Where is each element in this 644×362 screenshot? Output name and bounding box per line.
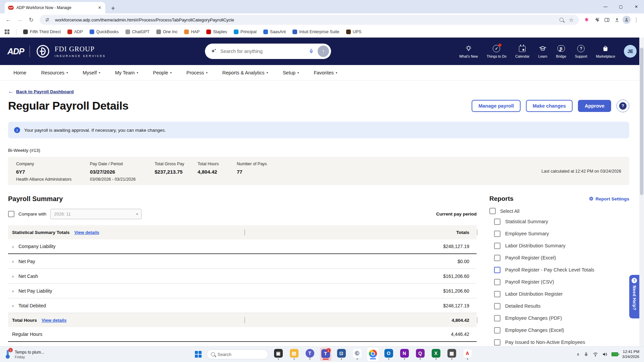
tune-icon[interactable] [43, 15, 52, 24]
bookmark-hap[interactable]: HAP [184, 29, 200, 34]
compare-period-select[interactable]: 2026: 11 ▾ [50, 209, 142, 219]
window-minimize-button[interactable]: — [598, 0, 613, 13]
apps-grid-icon[interactable] [5, 29, 9, 34]
tray-chevron-up-icon[interactable]: ∧ [577, 352, 580, 357]
mic-icon[interactable] [308, 48, 314, 54]
checkbox[interactable] [494, 303, 500, 309]
column-divider[interactable] [477, 317, 477, 323]
checkbox[interactable] [494, 219, 500, 225]
chevron-right-icon[interactable]: › [12, 258, 14, 264]
bookmark-star-icon[interactable]: ☆ [567, 15, 576, 24]
reload-icon[interactable]: ↻ [26, 15, 36, 25]
weather-widget[interactable]: 1 Temps to plum... Friday [0, 349, 91, 359]
tab-close-icon[interactable]: ✕ [97, 5, 103, 11]
chevron-right-icon[interactable]: › [12, 303, 14, 308]
need-help-tab[interactable]: ? Need Help? [629, 275, 639, 318]
table-row-company-liability[interactable]: › Company Liability $248,127.19 [8, 239, 477, 254]
report-pay-issued-non-active[interactable]: Pay Issued to Non-Active Employees [494, 336, 629, 346]
browser-tab[interactable]: ADP ADP Workforce Now - Manage ✕ [5, 2, 105, 13]
approve-button[interactable]: Approve [578, 100, 611, 112]
marketplace-button[interactable]: Marketplace [596, 45, 615, 58]
compare-with-checkbox[interactable] [8, 211, 14, 217]
report-payroll-register-paycheck-totals[interactable]: Payroll Register - Pay Check Level Total… [494, 264, 629, 276]
table-row-regular-hours[interactable]: Regular Hours 4,446.42 [8, 327, 477, 342]
select-all-checkbox[interactable] [489, 208, 496, 214]
url-text[interactable]: workforcenow.adp.com/theme/admin.html#/P… [55, 17, 556, 22]
chevron-right-icon[interactable]: › [12, 273, 14, 279]
taskbar-teams-personal[interactable]: T [304, 348, 316, 361]
nav-myself[interactable]: Myself▾ [83, 70, 100, 75]
bookmark-quickbooks[interactable]: QuickBooks [90, 29, 119, 34]
nav-home[interactable]: Home [13, 70, 26, 75]
extensions-puzzle-icon[interactable] [592, 15, 601, 24]
adp-logo[interactable]: ADP [7, 47, 24, 56]
taskbar-outlook[interactable]: O [383, 348, 394, 361]
report-employee-changes-excel[interactable]: Employee Changes (Excel) [494, 324, 629, 336]
column-divider[interactable] [245, 317, 245, 323]
taskbar-teams[interactable]: T 1 [320, 348, 331, 361]
make-changes-button[interactable]: Make changes [526, 100, 573, 112]
table-row-overtime-hours[interactable]: Overtime Hours 0.00 [8, 342, 477, 346]
global-search-input[interactable] [220, 49, 305, 54]
downloads-icon[interactable] [612, 15, 621, 24]
search-submit-button[interactable]: ↑ [318, 46, 329, 57]
speaker-icon[interactable] [602, 352, 607, 357]
manage-payroll-button[interactable]: Manage payroll [472, 100, 521, 112]
search-lens-icon[interactable] [559, 18, 564, 22]
bookmark-fifth-third[interactable]: Fifth Third Direct [23, 29, 61, 34]
taskbar-search[interactable]: Search [207, 349, 268, 359]
taskbar-excel[interactable]: X [430, 348, 442, 361]
nav-resources[interactable]: Resources▾ [41, 70, 68, 75]
nav-favorites[interactable]: Favorites▾ [314, 70, 337, 75]
checkbox[interactable] [494, 267, 500, 273]
side-panel-icon[interactable] [602, 15, 611, 24]
forward-icon[interactable]: → [15, 15, 25, 25]
nav-setup[interactable]: Setup▾ [283, 70, 299, 75]
checkbox[interactable] [494, 255, 500, 261]
chevron-right-icon[interactable]: › [12, 244, 14, 249]
report-labor-distribution-summary[interactable]: Labor Distribution Summary [494, 240, 629, 252]
browser-profile-avatar[interactable] [623, 16, 631, 24]
taskbar-photos[interactable]: ▣ [273, 348, 284, 361]
nav-process[interactable]: Process▾ [186, 70, 208, 75]
support-button[interactable]: ? Support [575, 45, 587, 58]
nav-people[interactable]: People▾ [153, 70, 172, 75]
bookmark-one-inc[interactable]: One Inc [156, 29, 178, 34]
nav-reports-analytics[interactable]: Reports & Analytics▾ [222, 70, 268, 75]
report-employee-changes-pdf[interactable]: Employee Changes (PDF) [494, 312, 629, 324]
user-avatar[interactable]: JE [624, 45, 637, 58]
pinned-extension-icon[interactable]: ✱ [582, 15, 591, 24]
checkbox[interactable] [494, 243, 500, 249]
url-bar[interactable]: workforcenow.adp.com/theme/admin.html#/P… [40, 15, 579, 25]
chevron-right-icon[interactable]: › [12, 288, 14, 294]
bridge-button[interactable]: B Bridge [556, 45, 566, 58]
back-to-dashboard-link[interactable]: Back to Payroll Dashboard [16, 89, 74, 94]
battery-icon[interactable] [611, 352, 618, 356]
view-details-link[interactable]: View details [42, 318, 66, 323]
checkbox[interactable] [494, 315, 500, 321]
calendar-button[interactable]: Calendar [515, 45, 530, 58]
taskbar-onenote[interactable]: N [399, 348, 410, 361]
taskbar-acrobat[interactable]: A [462, 348, 473, 361]
bookmark-ups[interactable]: UPS [346, 29, 362, 34]
nav-my-team[interactable]: My Team▾ [115, 70, 138, 75]
checkbox[interactable] [494, 231, 500, 237]
view-details-link[interactable]: View details [74, 230, 99, 235]
taskbar-remote-desktop[interactable]: ⊡ [336, 348, 347, 361]
checkbox[interactable] [494, 327, 500, 334]
back-icon[interactable]: ← [3, 15, 13, 25]
table-row-net-pay-liability[interactable]: › Net Pay Liability $161,206.60 [8, 284, 477, 298]
column-divider[interactable] [245, 229, 245, 235]
window-maximize-button[interactable]: ▢ [613, 0, 629, 13]
checkbox[interactable] [494, 339, 500, 346]
report-settings-link[interactable]: ⚙ Report Settings [589, 196, 629, 202]
new-tab-button[interactable]: + [108, 3, 118, 13]
global-search-bar[interactable]: ↑ [205, 44, 331, 59]
things-to-do-button[interactable]: ✓ Things to Do [487, 45, 507, 58]
report-detailed-results[interactable]: Detailed Results [494, 300, 629, 312]
table-row-net-cash[interactable]: › Net Cash $161,206.60 [8, 269, 477, 284]
taskbar-copyright-app[interactable]: © [352, 348, 363, 361]
start-button-icon[interactable] [194, 350, 202, 358]
tray-clock[interactable]: 12:41 PM 3/24/2026 [622, 349, 639, 359]
browser-menu-icon[interactable]: ⋮ [632, 15, 641, 24]
